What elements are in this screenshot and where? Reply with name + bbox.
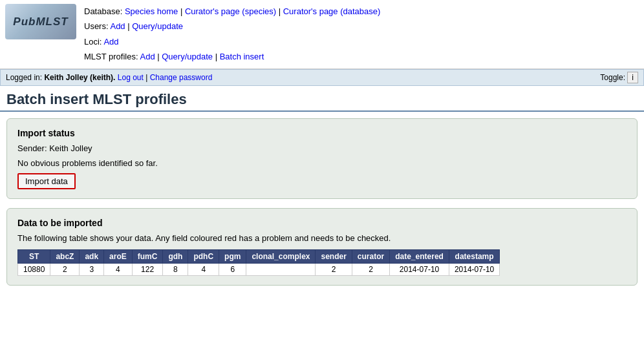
users-query-link[interactable]: Query/update — [132, 21, 183, 31]
header: PubMLST Database: Species home | Curator… — [0, 0, 644, 69]
table-cell: 8 — [163, 263, 188, 275]
username-display: Keith Jolley (keith). — [44, 73, 115, 82]
table-cell: 3 — [80, 263, 104, 275]
table-header-cell: abcZ — [50, 249, 80, 263]
loci-add-link[interactable]: Add — [103, 37, 118, 47]
logout-link[interactable]: Log out — [118, 73, 144, 82]
table-cell: 10880 — [18, 263, 50, 275]
import-data-button[interactable]: Import data — [17, 173, 76, 189]
table-cell: 2 — [352, 263, 389, 275]
curator-species-link[interactable]: Curator's page (species) — [185, 6, 276, 16]
import-status-panel: Import status Sender: Keith Jolley No ob… — [6, 118, 638, 199]
mlst-label: MLST profiles: — [84, 52, 138, 61]
table-header-cell: fumC — [132, 249, 163, 263]
table-header-cell: adk — [80, 249, 104, 263]
table-header-cell: datestamp — [449, 249, 499, 263]
page-title-section: Batch insert MLST profiles — [0, 86, 644, 112]
logged-in-label: Logged in: — [6, 73, 42, 82]
import-status-heading: Import status — [17, 128, 627, 138]
mlst-query-link[interactable]: Query/update — [162, 52, 213, 61]
table-cell: 2014-07-10 — [449, 263, 499, 275]
table-cell: 122 — [132, 263, 163, 275]
database-label: Database: — [84, 6, 122, 16]
data-import-heading: Data to be imported — [17, 218, 627, 228]
toggle-label: Toggle: — [600, 73, 625, 82]
table-cell: 6 — [219, 263, 246, 275]
table-cell: 2 — [50, 263, 80, 275]
main-content: Import status Sender: Keith Jolley No ob… — [0, 112, 644, 292]
table-cell — [246, 263, 316, 275]
table-header-cell: pgm — [219, 249, 246, 263]
data-import-panel: Data to be imported The following table … — [6, 208, 638, 286]
change-password-link[interactable]: Change password — [150, 73, 213, 82]
table-cell: 4 — [104, 263, 133, 275]
mlst-batch-link[interactable]: Batch insert — [220, 52, 264, 61]
species-home-link[interactable]: Species home — [125, 6, 178, 16]
table-header-cell: gdh — [163, 249, 188, 263]
login-bar: Logged in: Keith Jolley (keith). Log out… — [0, 69, 644, 86]
import-table: STabcZadkaroEfumCgdhpdhCpgmclonal_comple… — [17, 249, 500, 276]
users-label: Users: — [84, 21, 109, 31]
status-message: No obvious problems identified so far. — [17, 158, 627, 168]
table-header-cell: aroE — [104, 249, 133, 263]
table-cell: 2014-07-10 — [390, 263, 449, 275]
table-cell: 4 — [188, 263, 219, 275]
users-add-link[interactable]: Add — [110, 21, 125, 31]
pubmlst-logo: PubMLST — [5, 4, 76, 39]
loci-label: Loci: — [84, 37, 102, 47]
table-body: 10880234122846222014-07-102014-07-10 — [18, 263, 500, 275]
table-header-cell: clonal_complex — [246, 249, 316, 263]
page-title: Batch insert MLST profiles — [6, 91, 638, 108]
table-header-cell: ST — [18, 249, 50, 263]
curator-database-link[interactable]: Curator's page (database) — [283, 6, 381, 16]
nav-links: Database: Species home | Curator's page … — [84, 4, 380, 65]
table-header-row: STabcZadkaroEfumCgdhpdhCpgmclonal_comple… — [18, 249, 500, 263]
table-row: 10880234122846222014-07-102014-07-10 — [18, 263, 500, 275]
table-header-cell: sender — [316, 249, 352, 263]
toggle-button[interactable]: i — [627, 72, 638, 83]
table-header-cell: pdhC — [188, 249, 219, 263]
mlst-add-link[interactable]: Add — [140, 52, 155, 61]
table-header-cell: curator — [352, 249, 389, 263]
data-import-description: The following table shows your data. Any… — [17, 233, 627, 243]
sender-info: Sender: Keith Jolley — [17, 143, 627, 153]
table-header-cell: date_entered — [390, 249, 449, 263]
table-cell: 2 — [316, 263, 352, 275]
